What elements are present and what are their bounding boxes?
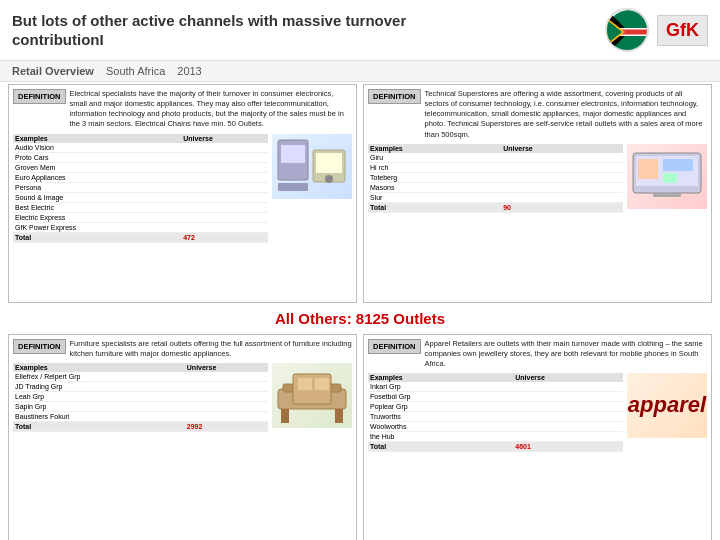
apparel-card: DEFINITION Apparel Retailers are outlets…: [363, 334, 712, 541]
row-name: Giru: [368, 153, 501, 163]
furniture-card: DEFINITION Furniture specialists are ret…: [8, 334, 357, 541]
region-label: South Africa: [106, 65, 165, 77]
row-name: Persona: [13, 182, 181, 192]
furniture-total-label: Total: [13, 421, 185, 431]
table-row: Fosetbol Grp: [368, 391, 623, 401]
row-bottom: DEFINITION Furniture specialists are ret…: [8, 334, 712, 541]
apparel-def-label: DEFINITION: [368, 339, 421, 354]
row-universe: [513, 421, 623, 431]
row-name: Hi rch: [368, 162, 501, 172]
subheader: Retail Overview South Africa 2013: [0, 61, 720, 82]
tech-examples: Examples Universe GiruHi rchTotebergMaso…: [368, 144, 707, 213]
table-row: Best Electric: [13, 202, 268, 212]
row-name: GfK Power Express: [13, 222, 181, 232]
svg-rect-24: [298, 378, 312, 390]
row-universe: [501, 192, 623, 202]
electrical-table: Examples Universe Audio VisionProto Cars…: [13, 134, 268, 243]
apparel-def-text: Apparel Retailers are outlets with their…: [425, 339, 708, 369]
svg-rect-22: [335, 409, 343, 423]
row-name: Toteberg: [368, 172, 501, 182]
apparel-table: Examples Universe Inkari GrpFosetbol Grp…: [368, 373, 623, 452]
svg-rect-12: [278, 183, 308, 191]
apparel-definition: DEFINITION Apparel Retailers are outlets…: [368, 339, 707, 369]
furniture-col-universe: Universe: [185, 363, 268, 372]
table-row: Baustiners Fokuri: [13, 411, 268, 421]
apparel-col-examples: Examples: [368, 373, 513, 382]
retail-overview-label: Retail Overview: [12, 65, 94, 77]
row-universe: [501, 182, 623, 192]
row-universe: [501, 162, 623, 172]
furniture-total-value: 2992: [185, 421, 268, 431]
row-universe: [181, 182, 268, 192]
table-row: Hi rch: [368, 162, 623, 172]
tech-table: Examples Universe GiruHi rchTotebergMaso…: [368, 144, 623, 213]
tech-col-examples: Examples: [368, 144, 501, 153]
furniture-definition: DEFINITION Furniture specialists are ret…: [13, 339, 352, 359]
furniture-def-text: Furniture specialists are retail outlets…: [70, 339, 353, 359]
svg-rect-25: [315, 378, 329, 390]
header: But lots of other active channels with m…: [0, 0, 720, 61]
svg-rect-18: [663, 173, 677, 183]
svg-rect-21: [281, 409, 289, 423]
apparel-total-value: 4601: [513, 441, 623, 451]
row-universe: [181, 202, 268, 212]
electrical-examples: Examples Universe Audio VisionProto Cars…: [13, 134, 352, 243]
table-row: Groven Mem: [13, 162, 268, 172]
row-name: Best Electric: [13, 202, 181, 212]
furniture-examples: Examples Universe Ellefrex / Relpert Grp…: [13, 363, 352, 432]
electrical-def-label: DEFINITION: [13, 89, 66, 104]
electrical-product-image: [272, 134, 352, 199]
row-universe: [501, 153, 623, 163]
header-title: But lots of other active channels with m…: [12, 11, 406, 50]
row-universe: [185, 401, 268, 411]
svg-point-11: [325, 175, 333, 183]
row-universe: [185, 411, 268, 421]
row-universe: [185, 381, 268, 391]
electrical-total-row: Total 472: [13, 232, 268, 242]
furniture-table: Examples Universe Ellefrex / Relpert Grp…: [13, 363, 268, 432]
title-line2: contributionI: [12, 30, 406, 50]
center-banner-row: All Others: 8125 Outlets: [8, 307, 712, 330]
tech-col-universe: Universe: [501, 144, 623, 153]
banner-text: All Others: 8125 Outlets: [275, 310, 445, 327]
electrical-card: DEFINITION Electrical specialists have t…: [8, 84, 357, 303]
table-row: Persona: [13, 182, 268, 192]
row-universe: [181, 172, 268, 182]
tech-total-value: 90: [501, 202, 623, 212]
tech-total-label: Total: [368, 202, 501, 212]
row-name: Fosetbol Grp: [368, 391, 513, 401]
row-universe: [181, 192, 268, 202]
svg-rect-15: [653, 193, 681, 197]
row-name: Ellefrex / Relpert Grp: [13, 372, 185, 382]
electrical-definition: DEFINITION Electrical specialists have t…: [13, 89, 352, 130]
row-name: Proto Cars: [13, 152, 181, 162]
row-universe: [513, 401, 623, 411]
apparel-product-image: apparel: [627, 373, 707, 438]
svg-rect-8: [281, 145, 305, 163]
tech-product-image: [627, 144, 707, 209]
row-name: Masons: [368, 182, 501, 192]
logos-area: GfK: [605, 8, 708, 52]
row-name: Woolworths: [368, 421, 513, 431]
tech-total-row: Total 90: [368, 202, 623, 212]
row-universe: [513, 411, 623, 421]
row-universe: [513, 431, 623, 441]
row-name: Leah Grp: [13, 391, 185, 401]
row-name: Poplear Grp: [368, 401, 513, 411]
furniture-col-examples: Examples: [13, 363, 185, 372]
table-row: Poplear Grp: [368, 401, 623, 411]
row-name: Baustiners Fokuri: [13, 411, 185, 421]
table-row: Euro Appliances: [13, 172, 268, 182]
row-name: the Hub: [368, 431, 513, 441]
apparel-examples: Examples Universe Inkari GrpFosetbol Grp…: [368, 373, 707, 452]
table-row: Masons: [368, 182, 623, 192]
row-name: Sapin Grp: [13, 401, 185, 411]
apparel-total-label: Total: [368, 441, 513, 451]
table-row: Proto Cars: [13, 152, 268, 162]
tech-card: DEFINITION Technical Superstores are off…: [363, 84, 712, 303]
row-name: Electric Express: [13, 212, 181, 222]
svg-rect-17: [663, 159, 693, 171]
row-universe: [181, 152, 268, 162]
row-universe: [513, 391, 623, 401]
table-row: GfK Power Express: [13, 222, 268, 232]
